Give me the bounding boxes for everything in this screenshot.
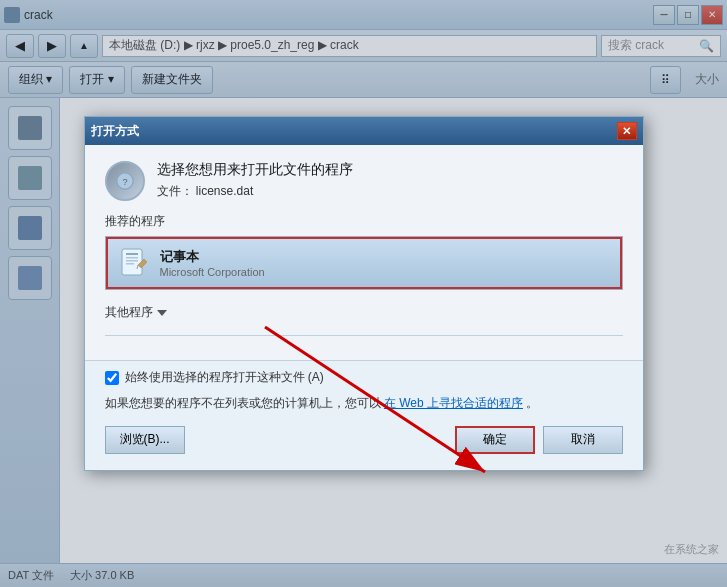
dialog-header-icon: ? [105, 161, 145, 201]
dialog-header-text: 选择您想用来打开此文件的程序 文件： license.dat [157, 161, 623, 200]
file-icon: ? [114, 170, 136, 192]
dialog-header: ? 选择您想用来打开此文件的程序 文件： license.dat [105, 161, 623, 201]
divider [105, 335, 623, 336]
always-use-checkbox[interactable] [105, 371, 119, 385]
svg-rect-6 [126, 263, 134, 265]
other-programs-row: 其他程序 [105, 298, 623, 327]
dialog-filename: 文件： license.dat [157, 183, 623, 200]
dialog-overlay: 打开方式 ✕ ? 选择您想用来打开此文件的程序 文 [0, 0, 727, 587]
file-label: 文件： [157, 184, 193, 198]
program-item-notepad[interactable]: 记事本 Microsoft Corporation [106, 237, 622, 289]
svg-text:?: ? [122, 177, 127, 187]
dialog-close-button[interactable]: ✕ [617, 122, 637, 140]
dialog-titlebar: 打开方式 ✕ [85, 117, 643, 145]
open-with-dialog: 打开方式 ✕ ? 选择您想用来打开此文件的程序 文 [84, 116, 644, 470]
other-programs-text: 其他程序 [105, 304, 153, 321]
svg-rect-3 [126, 253, 138, 255]
checkbox-row: 始终使用选择的程序打开这种文件 (A) [105, 369, 623, 386]
notepad-icon [118, 247, 150, 279]
always-use-label[interactable]: 始终使用选择的程序打开这种文件 (A) [125, 369, 324, 386]
program-info: 记事本 Microsoft Corporation [160, 248, 610, 278]
program-company: Microsoft Corporation [160, 266, 610, 278]
browse-button[interactable]: 浏览(B)... [105, 426, 185, 454]
program-name: 记事本 [160, 248, 610, 266]
chevron-down-icon [157, 310, 167, 316]
cancel-button[interactable]: 取消 [543, 426, 623, 454]
info-text-after: 。 [526, 396, 538, 410]
dialog-bottom: 始终使用选择的程序打开这种文件 (A) 如果您想要的程序不在列表或您的计算机上，… [85, 360, 643, 469]
svg-rect-4 [126, 257, 138, 259]
dialog-body: ? 选择您想用来打开此文件的程序 文件： license.dat 推荐的程序 [85, 145, 643, 360]
other-programs-label[interactable]: 其他程序 [105, 304, 167, 321]
info-link[interactable]: 在 Web 上寻找合适的程序 [384, 396, 523, 410]
dialog-title: 打开方式 [91, 123, 139, 140]
dialog-instruction: 选择您想用来打开此文件的程序 [157, 161, 623, 179]
programs-section: 推荐的程序 [105, 213, 623, 290]
dialog-buttons: 浏览(B)... 确定 取消 [105, 426, 623, 454]
recommended-label: 推荐的程序 [105, 213, 623, 230]
info-text: 如果您想要的程序不在列表或您的计算机上，您可以 在 Web 上寻找合适的程序 。 [105, 394, 623, 413]
filename-value: license.dat [196, 184, 253, 198]
ok-button[interactable]: 确定 [455, 426, 535, 454]
info-text-before: 如果您想要的程序不在列表或您的计算机上，您可以 [105, 396, 381, 410]
program-list: 记事本 Microsoft Corporation [105, 236, 623, 290]
svg-rect-5 [126, 260, 138, 262]
svg-rect-2 [122, 249, 142, 275]
explorer-window: crack ─ □ ✕ ◀ ▶ ▲ 本地磁盘 (D:) ▶ rjxz ▶ pro… [0, 0, 727, 587]
